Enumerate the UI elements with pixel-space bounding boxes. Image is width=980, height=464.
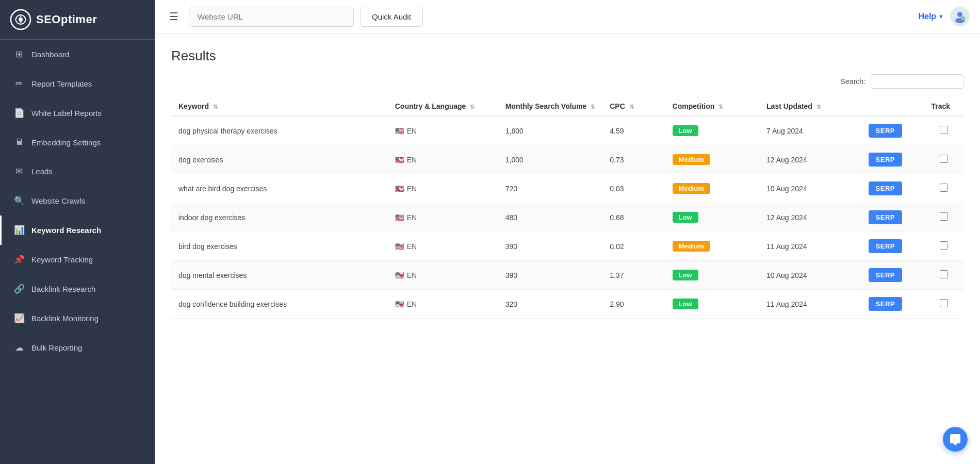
cell-cpc: 2.90 xyxy=(602,290,665,319)
sidebar-label-keyword-research: Keyword Research xyxy=(31,226,101,235)
lang-code: EN xyxy=(407,213,417,222)
sort-icon-country: ⇅ xyxy=(470,104,475,110)
cell-volume: 1,000 xyxy=(498,145,603,174)
track-checkbox[interactable] xyxy=(940,299,948,307)
sidebar-icon-backlink-research: 🔗 xyxy=(14,284,24,294)
sidebar-icon-white-label-reports: 📄 xyxy=(14,108,24,119)
help-label: Help xyxy=(918,12,936,21)
col-header-keyword[interactable]: Keyword ⇅ xyxy=(171,97,388,116)
table-row: dog physical therapy exercises 🇺🇸 EN 1,6… xyxy=(171,116,963,145)
sidebar-label-bulk-reporting: Bulk Reporting xyxy=(31,343,82,352)
sidebar-logo[interactable]: SEOptimer xyxy=(0,0,155,39)
track-checkbox[interactable] xyxy=(940,270,948,278)
cell-updated: 11 Aug 2024 xyxy=(759,290,861,319)
cell-country: 🇺🇸 EN xyxy=(388,174,498,203)
cell-competition: Medium xyxy=(665,232,759,261)
competition-badge: Low xyxy=(673,212,698,223)
sidebar-item-website-crawls[interactable]: 🔍 Website Crawls xyxy=(0,186,155,216)
chat-button[interactable] xyxy=(943,427,968,452)
hamburger-button[interactable]: ☰ xyxy=(165,8,183,25)
flag-lang: 🇺🇸 EN xyxy=(395,213,491,222)
cell-serp: SERP xyxy=(861,203,924,232)
serp-button[interactable]: SERP xyxy=(869,268,902,282)
flag-lang: 🇺🇸 EN xyxy=(395,271,491,279)
logo-text: SEOptimer xyxy=(36,13,97,26)
cell-cpc: 1.37 xyxy=(602,261,665,290)
cell-volume: 1,600 xyxy=(498,116,603,145)
track-checkbox[interactable] xyxy=(940,184,948,192)
competition-badge: Medium xyxy=(673,154,710,165)
sort-icon-competition: ⇅ xyxy=(718,104,723,110)
sidebar-item-dashboard[interactable]: ⊞ Dashboard xyxy=(0,40,155,69)
col-header-cpc[interactable]: CPC ⇅ xyxy=(602,97,665,116)
serp-button[interactable]: SERP xyxy=(869,124,902,138)
cell-keyword: dog confidence building exercises xyxy=(171,290,388,319)
track-checkbox[interactable] xyxy=(940,241,948,250)
cell-updated: 12 Aug 2024 xyxy=(759,203,861,232)
col-header-country[interactable]: Country & Language ⇅ xyxy=(388,97,498,116)
col-header-track: Track xyxy=(924,97,963,116)
cell-track xyxy=(924,116,963,145)
help-chevron-icon: ▼ xyxy=(938,13,944,20)
flag-icon: 🇺🇸 xyxy=(395,127,404,135)
user-avatar[interactable] xyxy=(950,7,970,26)
lang-code: EN xyxy=(407,242,417,251)
sidebar: SEOptimer ⊞ Dashboard ✏ Report Templates… xyxy=(0,0,155,464)
cell-serp: SERP xyxy=(861,174,924,203)
sidebar-nav: ⊞ Dashboard ✏ Report Templates 📄 White L… xyxy=(0,40,155,362)
serp-button[interactable]: SERP xyxy=(869,181,902,195)
sort-icon-cpc: ⇅ xyxy=(629,104,634,110)
track-checkbox[interactable] xyxy=(940,212,948,221)
table-head: Keyword ⇅ Country & Language ⇅ Monthly S… xyxy=(171,97,963,116)
content-area: Results Search: Keyword ⇅ Country & Lang… xyxy=(155,34,980,464)
sidebar-icon-dashboard: ⊞ xyxy=(14,49,24,60)
quick-audit-button[interactable]: Quick Audit xyxy=(360,7,423,27)
cell-competition: Low xyxy=(665,203,759,232)
sort-icon-volume: ⇅ xyxy=(591,104,595,110)
search-bar-row: Search: xyxy=(171,74,963,89)
lang-code: EN xyxy=(407,156,417,164)
cell-track xyxy=(924,145,963,174)
topbar: ☰ Quick Audit Help ▼ xyxy=(155,0,980,34)
serp-button[interactable]: SERP xyxy=(869,297,902,311)
cell-volume: 720 xyxy=(498,174,603,203)
seoptimer-logo-icon xyxy=(10,9,31,30)
serp-button[interactable]: SERP xyxy=(869,153,902,167)
sidebar-item-backlink-research[interactable]: 🔗 Backlink Research xyxy=(0,274,155,304)
track-checkbox[interactable] xyxy=(940,126,948,134)
sidebar-label-backlink-monitoring: Backlink Monitoring xyxy=(31,314,99,323)
flag-icon: 🇺🇸 xyxy=(395,271,404,279)
competition-badge: Medium xyxy=(673,241,710,252)
cell-serp: SERP xyxy=(861,290,924,319)
sidebar-item-backlink-monitoring[interactable]: 📈 Backlink Monitoring xyxy=(0,304,155,333)
flag-lang: 🇺🇸 EN xyxy=(395,300,491,308)
sidebar-label-keyword-tracking: Keyword Tracking xyxy=(31,255,93,264)
sidebar-item-bulk-reporting[interactable]: ☁ Bulk Reporting xyxy=(0,333,155,362)
cell-competition: Low xyxy=(665,290,759,319)
cell-competition: Medium xyxy=(665,145,759,174)
sidebar-item-white-label-reports[interactable]: 📄 White Label Reports xyxy=(0,98,155,128)
sidebar-item-keyword-research[interactable]: 📊 Keyword Research xyxy=(0,216,155,245)
col-header-volume[interactable]: Monthly Search Volume ⇅ xyxy=(498,97,603,116)
help-button[interactable]: Help ▼ xyxy=(918,12,944,21)
table-search-input[interactable] xyxy=(871,74,963,89)
cell-cpc: 0.02 xyxy=(602,232,665,261)
track-checkbox[interactable] xyxy=(940,155,948,163)
sidebar-item-embedding-settings[interactable]: 🖥 Embedding Settings xyxy=(0,128,155,157)
col-header-updated[interactable]: Last Updated ⇅ xyxy=(759,97,861,116)
cell-country: 🇺🇸 EN xyxy=(388,116,498,145)
col-header-competition[interactable]: Competition ⇅ xyxy=(665,97,759,116)
lang-code: EN xyxy=(407,271,417,279)
sidebar-item-keyword-tracking[interactable]: 📌 Keyword Tracking xyxy=(0,245,155,274)
serp-button[interactable]: SERP xyxy=(869,210,902,224)
sidebar-icon-keyword-tracking: 📌 xyxy=(14,254,24,265)
cell-cpc: 0.68 xyxy=(602,203,665,232)
sidebar-item-leads[interactable]: ✉ Leads xyxy=(0,157,155,186)
cell-track xyxy=(924,290,963,319)
url-input[interactable] xyxy=(189,7,354,27)
cell-competition: Low xyxy=(665,116,759,145)
table-row: dog mental exercises 🇺🇸 EN 390 1.37 Low … xyxy=(171,261,963,290)
cell-cpc: 0.03 xyxy=(602,174,665,203)
sidebar-item-report-templates[interactable]: ✏ Report Templates xyxy=(0,69,155,98)
serp-button[interactable]: SERP xyxy=(869,239,902,253)
